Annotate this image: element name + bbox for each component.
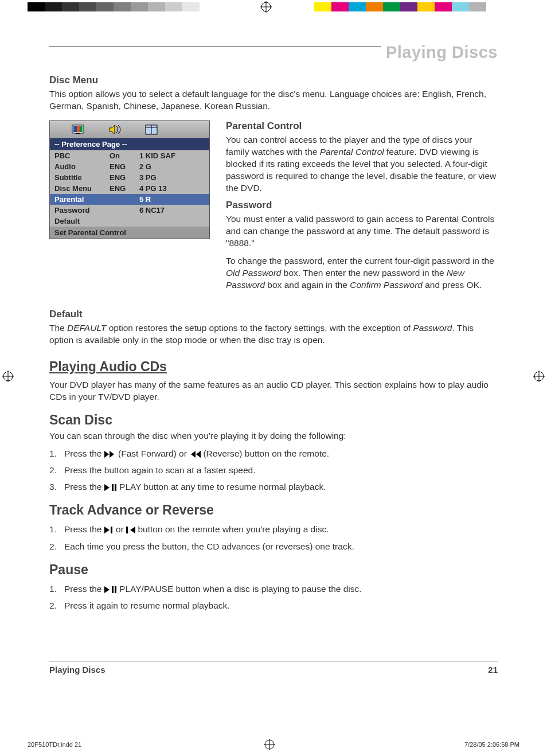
page-header-title: Playing Discs bbox=[381, 43, 498, 62]
swatch bbox=[28, 2, 45, 11]
slug-file: 20F510TDr.indd 21 bbox=[28, 741, 81, 748]
swatch bbox=[148, 2, 165, 11]
print-color-bar bbox=[0, 0, 547, 16]
playing-audio-cds-para: Your DVD player has many of the same fea… bbox=[49, 379, 498, 403]
preference-page-box: -- Preference Page -- PBCOn1 KID SAFAudi… bbox=[49, 120, 210, 239]
list-item: Press the PLAY button at any time to res… bbox=[49, 480, 498, 493]
swatch bbox=[79, 2, 96, 11]
swatch bbox=[417, 2, 435, 11]
default-heading: Default bbox=[49, 309, 498, 320]
pref-row: Disc MenuENG4 PG 13 bbox=[50, 183, 209, 194]
print-slug: 20F510TDr.indd 21 7/28/05 2:06:58 PM bbox=[28, 741, 519, 748]
pref-row: SubtitleENG3 PG bbox=[50, 172, 209, 183]
swatch bbox=[435, 2, 452, 11]
prev-track-icon bbox=[126, 527, 135, 533]
svg-rect-21 bbox=[112, 586, 114, 593]
svg-rect-10 bbox=[73, 126, 77, 132]
pref-row: Password6 NC17 bbox=[50, 205, 209, 216]
page-header: Playing Discs bbox=[49, 46, 498, 64]
swatch bbox=[96, 2, 114, 11]
password-heading: Password bbox=[226, 200, 498, 211]
swatch bbox=[200, 2, 217, 11]
slug-date: 7/28/05 2:06:58 PM bbox=[464, 741, 519, 748]
pref-row: PBCOn1 KID SAF bbox=[50, 150, 209, 161]
svg-rect-13 bbox=[76, 133, 80, 134]
list-item: Press the (Fast Forward) or (Reverse) bu… bbox=[49, 447, 498, 460]
password-para-2: To change the password, enter the curren… bbox=[226, 255, 498, 291]
scan-disc-heading: Scan Disc bbox=[49, 412, 498, 428]
pause-steps: Press the PLAY/PAUSE button when a disc … bbox=[49, 582, 498, 613]
svg-rect-12 bbox=[80, 126, 83, 132]
swatch bbox=[314, 2, 331, 11]
swatch bbox=[349, 2, 366, 11]
pref-row: Default bbox=[50, 216, 209, 227]
list-item: Press it again to resume normal playback… bbox=[49, 599, 498, 612]
swatch bbox=[452, 2, 469, 11]
swatch bbox=[62, 2, 79, 11]
playing-audio-cds-heading: Playing Audio CDs bbox=[49, 359, 498, 375]
svg-rect-18 bbox=[115, 484, 116, 491]
registration-mark-icon bbox=[260, 1, 272, 13]
registration-mark-icon bbox=[2, 371, 14, 382]
track-steps: Press the or button on the remote when y… bbox=[49, 523, 498, 553]
page-body: Playing Discs Disc Menu This option allo… bbox=[49, 46, 498, 688]
footer-left: Playing Discs bbox=[49, 665, 106, 675]
page-footer: Playing Discs 21 bbox=[49, 661, 498, 675]
scan-disc-intro: You can scan through the disc when you'r… bbox=[49, 430, 498, 442]
parental-control-heading: Parental Control bbox=[226, 120, 498, 132]
swatch bbox=[400, 2, 417, 11]
pref-row: AudioENG2 G bbox=[50, 161, 209, 172]
default-para: The DEFAULT option restores the setup op… bbox=[49, 322, 498, 346]
swatch bbox=[165, 2, 182, 11]
list-item: Each time you press the button, the CD a… bbox=[49, 540, 498, 553]
track-advance-heading: Track Advance or Reverse bbox=[49, 502, 498, 518]
disc-menu-para: This option allows you to select a defau… bbox=[49, 88, 498, 112]
svg-rect-11 bbox=[77, 126, 80, 132]
registration-mark-icon bbox=[533, 371, 545, 382]
swatch bbox=[182, 2, 200, 11]
swatch bbox=[383, 2, 400, 11]
monitor-icon bbox=[72, 124, 84, 135]
footer-page-number: 21 bbox=[488, 665, 498, 675]
swatch bbox=[469, 2, 486, 11]
next-track-icon bbox=[104, 527, 114, 533]
password-para-1: You must enter a valid password to gain … bbox=[226, 213, 498, 250]
list-item: Press the PLAY/PAUSE button when a disc … bbox=[49, 582, 498, 595]
pref-row: Parental5 R bbox=[50, 194, 209, 205]
pref-title: -- Preference Page -- bbox=[50, 138, 209, 150]
svg-rect-17 bbox=[112, 484, 114, 491]
window-icon bbox=[145, 124, 158, 135]
svg-rect-22 bbox=[115, 586, 116, 593]
disc-menu-heading: Disc Menu bbox=[49, 75, 498, 86]
parental-control-para: You can control access to the player and… bbox=[226, 134, 498, 194]
fast-forward-icon bbox=[104, 451, 116, 458]
swatch bbox=[45, 2, 62, 11]
ui-tab-icons bbox=[50, 121, 209, 138]
pause-heading: Pause bbox=[49, 562, 498, 578]
swatch bbox=[114, 2, 131, 11]
scan-steps: Press the (Fast Forward) or (Reverse) bu… bbox=[49, 447, 498, 494]
pref-footer: Set Parental Control bbox=[50, 227, 209, 239]
swatch bbox=[131, 2, 148, 11]
list-item: Press the button again to scan at a fast… bbox=[49, 463, 498, 477]
svg-rect-19 bbox=[111, 527, 112, 533]
play-pause-icon bbox=[104, 586, 117, 593]
play-pause-icon bbox=[104, 484, 117, 491]
swatch bbox=[366, 2, 383, 11]
svg-rect-20 bbox=[126, 527, 128, 533]
rewind-icon bbox=[189, 451, 201, 458]
list-item: Press the or button on the remote when y… bbox=[49, 523, 498, 536]
speaker-icon bbox=[108, 124, 121, 135]
swatch bbox=[331, 2, 349, 11]
